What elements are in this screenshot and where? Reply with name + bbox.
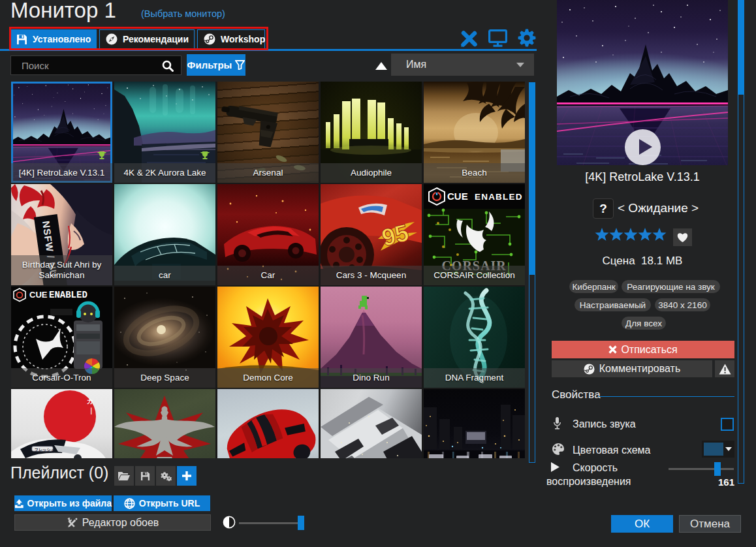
- svg-text:CUE: CUE: [447, 191, 468, 202]
- svg-text:CUE: CUE: [29, 290, 48, 300]
- svg-text:カ: カ: [87, 398, 93, 405]
- svg-text:ENABLED: ENABLED: [49, 290, 87, 300]
- svg-text:ENABLED: ENABLED: [475, 192, 523, 202]
- svg-text:フレッシュ: フレッシュ: [35, 448, 55, 452]
- svg-text:｜: ｜: [88, 407, 95, 414]
